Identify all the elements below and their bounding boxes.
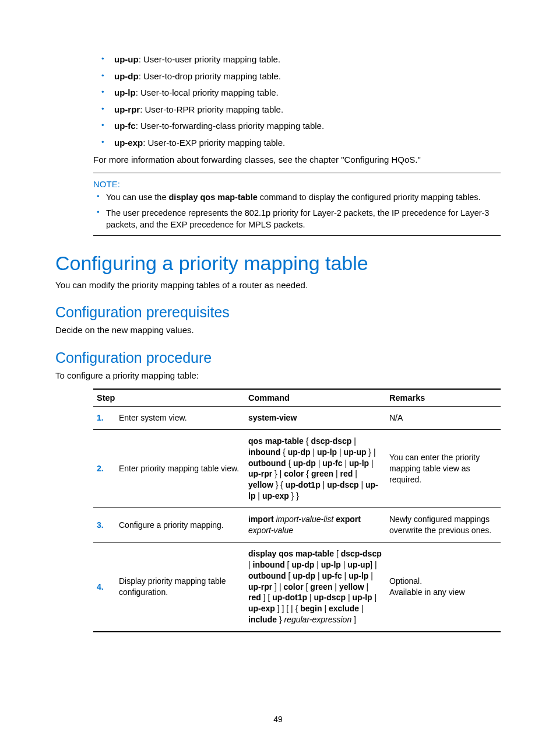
definition-term: up-rpr	[114, 104, 140, 114]
step-number: 2.	[93, 429, 115, 508]
procedure-paragraph: To configure a priority mapping table:	[55, 370, 501, 382]
definition-list: up-up: User-to-user priority mapping tab…	[93, 54, 501, 148]
th-remarks: Remarks	[386, 389, 501, 407]
step-remarks: Newly configured mappings overwrite the …	[386, 508, 501, 542]
table-row: 3.Configure a priority mapping.import im…	[93, 508, 501, 542]
step-desc: Configure a priority mapping.	[115, 508, 245, 542]
definition-desc: : User-to-local priority mapping table.	[136, 88, 279, 97]
th-command: Command	[245, 389, 386, 407]
heading-1: Configuring a priority mapping table	[55, 252, 501, 275]
intro-paragraph: For more information about forwarding cl…	[93, 154, 501, 166]
note-list: You can use the display qos map-table co…	[93, 191, 501, 230]
definition-desc: : User-to-EXP priority mapping table.	[143, 138, 285, 148]
step-number: 3.	[93, 508, 115, 542]
list-item: up-exp: User-to-EXP priority mapping tab…	[93, 137, 501, 149]
step-number: 1.	[93, 406, 115, 429]
definition-term: up-up	[114, 54, 139, 64]
step-desc: Display priority mapping table configura…	[115, 542, 245, 632]
h1-paragraph: You can modify the priority mapping tabl…	[55, 279, 501, 291]
step-command: display qos map-table [ dscp-dscp | inbo…	[245, 542, 386, 632]
note-label: NOTE:	[93, 179, 501, 189]
list-item: up-rpr: User-to-RPR priority mapping tab…	[93, 104, 501, 116]
prereq-paragraph: Decide on the new mapping values.	[55, 324, 501, 336]
step-command: system-view	[245, 406, 386, 429]
list-item: up-dp: User-to-drop priority mapping tab…	[93, 71, 501, 82]
list-item: The user precedence represents the 802.1…	[93, 207, 501, 231]
step-desc: Enter priority mapping table view.	[115, 429, 245, 508]
step-desc: Enter system view.	[115, 406, 245, 429]
heading-2-prereq: Configuration prerequisites	[55, 304, 501, 321]
definition-term: up-fc	[114, 121, 136, 131]
procedure-table: Step Command Remarks 1.Enter system view…	[93, 388, 501, 632]
list-item: You can use the display qos map-table co…	[93, 191, 501, 203]
definition-term: up-exp	[114, 138, 143, 148]
table-row: 1.Enter system view.system-viewN/A	[93, 406, 501, 429]
definition-desc: : User-to-forwarding-class priority mapp…	[136, 121, 324, 131]
step-command: import import-value-list export export-v…	[245, 508, 386, 542]
list-item: up-fc: User-to-forwarding-class priority…	[93, 120, 501, 132]
heading-2-procedure: Configuration procedure	[55, 349, 501, 366]
step-remarks: You can enter the priority mapping table…	[386, 429, 501, 508]
table-row: 2.Enter priority mapping table view.qos …	[93, 429, 501, 508]
step-remarks: N/A	[386, 406, 501, 429]
step-command: qos map-table { dscp-dscp | inbound { up…	[245, 429, 386, 508]
list-item: up-lp: User-to-local priority mapping ta…	[93, 87, 501, 99]
table-row: 4.Display priority mapping table configu…	[93, 542, 501, 632]
step-remarks: Optional.Available in any view	[386, 542, 501, 632]
definition-desc: : User-to-user priority mapping table.	[139, 54, 280, 64]
step-number: 4.	[93, 542, 115, 632]
definition-desc: : User-to-RPR priority mapping table.	[140, 104, 283, 114]
note-box: NOTE: You can use the display qos map-ta…	[93, 173, 501, 236]
definition-term: up-dp	[114, 71, 139, 81]
th-step: Step	[93, 389, 245, 407]
definition-desc: : User-to-drop priority mapping table.	[139, 71, 281, 81]
list-item: up-up: User-to-user priority mapping tab…	[93, 54, 501, 65]
page-number: 49	[0, 715, 556, 724]
definition-term: up-lp	[114, 88, 136, 97]
